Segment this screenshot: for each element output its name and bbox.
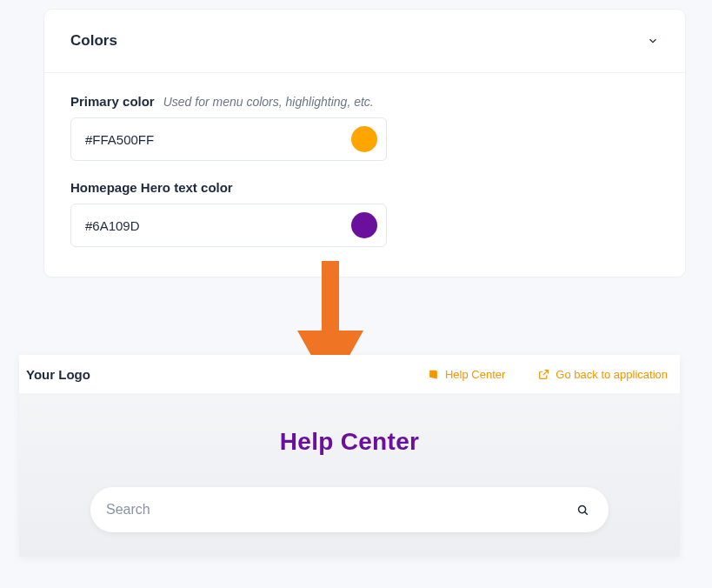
- search-icon: [576, 504, 589, 517]
- primary-color-field: Primary color Used for menu colors, high…: [70, 94, 659, 161]
- colors-section-header[interactable]: Colors: [44, 10, 685, 73]
- hero-text-color-label: Homepage Hero text color: [70, 180, 233, 195]
- primary-color-swatch[interactable]: [351, 126, 377, 152]
- external-link-icon: [538, 369, 549, 380]
- colors-section-title: Colors: [70, 32, 117, 50]
- help-center-preview: Your Logo Help Center Go back to applica…: [19, 355, 680, 557]
- primary-color-input[interactable]: [70, 117, 387, 161]
- nav-go-back-link[interactable]: Go back to application: [538, 368, 668, 381]
- hero-text-color-value[interactable]: [85, 218, 351, 233]
- primary-color-value[interactable]: [85, 132, 351, 147]
- nav-help-center-label: Help Center: [445, 368, 505, 381]
- colors-section-body: Primary color Used for menu colors, high…: [44, 73, 685, 277]
- hero-text-color-swatch[interactable]: [351, 212, 377, 238]
- hero-text-color-field: Homepage Hero text color: [70, 180, 659, 247]
- search-input[interactable]: [106, 502, 576, 518]
- colors-settings-card: Colors Primary color Used for menu color…: [43, 9, 686, 277]
- chevron-down-icon: [647, 35, 659, 47]
- primary-color-label: Primary color: [70, 94, 155, 109]
- logo-placeholder: Your Logo: [26, 367, 90, 382]
- primary-color-hint: Used for menu colors, highlighting, etc.: [163, 95, 374, 109]
- hero-title: Help Center: [19, 428, 680, 456]
- nav-go-back-label: Go back to application: [556, 368, 668, 381]
- svg-line-1: [585, 511, 588, 514]
- hero-text-color-input[interactable]: [70, 204, 387, 247]
- preview-hero: Help Center: [19, 393, 680, 557]
- search-button[interactable]: [576, 504, 589, 517]
- preview-topbar: Your Logo Help Center Go back to applica…: [19, 355, 680, 393]
- svg-point-0: [579, 505, 586, 512]
- search-bar[interactable]: [90, 487, 609, 532]
- nav-help-center-link[interactable]: Help Center: [428, 368, 505, 381]
- book-icon: [428, 369, 439, 380]
